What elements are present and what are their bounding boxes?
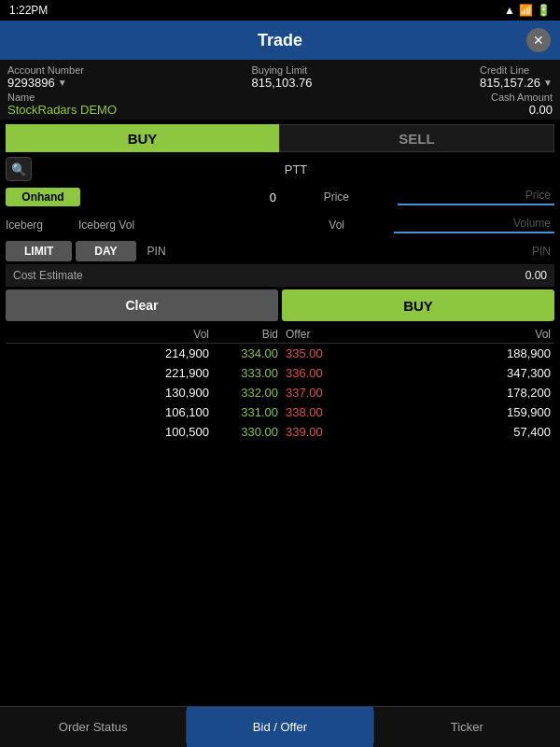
bid-cell: 334.00 [217, 346, 282, 360]
buy-action-button[interactable]: BUY [282, 289, 554, 321]
limit-button[interactable]: LIMIT [6, 241, 72, 261]
buying-limit-value: 815,103.76 [251, 76, 312, 90]
iceberg-vol-row: Iceberg Iceberg Vol Vol Volume [6, 212, 554, 238]
search-box[interactable]: 🔍 [6, 157, 32, 181]
vol-left-cell: 214,900 [6, 346, 217, 360]
tab-ticker[interactable]: Ticker [374, 707, 560, 747]
header-title: Trade [258, 31, 302, 50]
header-vol-left: Vol [6, 328, 217, 341]
name-label: Name [7, 92, 117, 103]
vol-left-cell: 100,500 [6, 425, 217, 439]
action-row: Clear BUY [6, 289, 554, 321]
buying-limit-label: Buying Limit [251, 64, 312, 76]
day-button[interactable]: DAY [76, 241, 135, 261]
order-book: Vol Bid Offer Vol 214,900 334.00 335.00 … [6, 326, 554, 442]
status-bar: 1:22PM ▲ 📶 🔋 [0, 0, 560, 21]
cash-amount-value: 0.00 [491, 103, 553, 117]
ptt-label: PTT [37, 162, 554, 176]
credit-line-value[interactable]: 815,157.26 ▼ [480, 76, 553, 90]
iceberg-vol-label: Iceberg Vol [71, 218, 279, 232]
vol-left-cell: 130,900 [6, 386, 217, 400]
tab-order-status[interactable]: Order Status [0, 707, 186, 747]
clear-button[interactable]: Clear [6, 289, 278, 321]
pin-input[interactable]: PIN [179, 245, 554, 258]
buy-toggle-button[interactable]: BUY [6, 124, 279, 152]
vol-bar [394, 232, 554, 233]
bottom-tab-bar: Order Status Bid / Offer Ticker [0, 706, 560, 747]
name-field: Name StockRadars DEMO [7, 92, 117, 117]
bid-cell: 331.00 [217, 405, 282, 419]
close-button[interactable]: ✕ [526, 28, 551, 52]
wifi-icon: 📶 [519, 4, 533, 17]
offer-cell: 338.00 [282, 405, 347, 419]
search-ptt-row: 🔍 PTT [6, 157, 554, 181]
tab-bid-offer[interactable]: Bid / Offer [187, 707, 372, 747]
sell-toggle-button[interactable]: SELL [279, 124, 554, 152]
header-offer: Offer [282, 328, 347, 341]
vol-label: Vol [288, 218, 344, 232]
cost-estimate-value: 0.00 [525, 269, 547, 282]
signal-icon: ▲ [504, 4, 515, 17]
bid-cell: 333.00 [217, 366, 282, 380]
offer-cell: 337.00 [282, 386, 347, 400]
price-input-panel: Price [349, 189, 554, 205]
cost-estimate-label: Cost Estimate [13, 269, 83, 282]
order-book-header: Vol Bid Offer Vol [6, 326, 554, 344]
iceberg-label: Iceberg [6, 218, 71, 232]
status-time: 1:22PM [9, 4, 48, 17]
limit-day-pin-row: LIMIT DAY PIN PIN [6, 241, 554, 261]
account-row: Account Number 9293896 ▼ Buying Limit 81… [7, 64, 553, 90]
offer-cell: 339.00 [282, 425, 347, 439]
credit-line-label: Credit Line [480, 64, 553, 76]
vol-left-cell: 106,100 [6, 405, 217, 419]
cost-estimate-row: Cost Estimate 0.00 [6, 264, 554, 287]
credit-dropdown-arrow[interactable]: ▼ [543, 78, 553, 88]
vol-right-cell: 159,900 [347, 405, 554, 419]
vol-right-cell: 347,300 [347, 366, 554, 380]
form-area: Onhand 0 Price Price Iceberg Iceberg Vol… [6, 184, 554, 238]
name-row: Name StockRadars DEMO Cash Amount 0.00 [7, 92, 553, 117]
status-icons: ▲ 📶 🔋 [504, 4, 551, 17]
price-placeholder[interactable]: Price [358, 189, 554, 202]
vol-left-cell: 221,900 [6, 366, 217, 380]
header: Trade ✕ [0, 21, 560, 60]
offer-cell: 336.00 [282, 366, 347, 380]
battery-icon: 🔋 [537, 4, 551, 17]
account-number-label: Account Number [7, 64, 84, 76]
header-bid: Bid [217, 328, 282, 341]
name-value: StockRadars DEMO [7, 103, 117, 117]
offer-cell: 335.00 [282, 346, 347, 360]
price-bar [398, 204, 554, 205]
credit-line-field: Credit Line 815,157.26 ▼ [480, 64, 553, 90]
onhand-button[interactable]: Onhand [6, 188, 80, 206]
pin-label: PIN [147, 245, 175, 258]
search-icon: 🔍 [11, 162, 26, 176]
order-book-rows: 214,900 334.00 335.00 188,900 221,900 33… [6, 344, 554, 442]
buy-sell-toggle: BUY SELL [6, 124, 554, 152]
header-vol-right: Vol [347, 328, 554, 341]
account-number-value[interactable]: 9293896 ▼ [7, 76, 84, 90]
table-row[interactable]: 106,100 331.00 338.00 159,900 [6, 402, 554, 422]
onhand-value: 0 [80, 190, 284, 204]
vol-right-cell: 188,900 [347, 346, 554, 360]
vol-right-cell: 178,200 [347, 386, 554, 400]
table-row[interactable]: 130,900 332.00 337.00 178,200 [6, 383, 554, 402]
onhand-price-row: Onhand 0 Price Price [6, 184, 554, 210]
price-label: Price [293, 190, 349, 204]
bid-cell: 332.00 [217, 386, 282, 400]
table-row[interactable]: 221,900 333.00 336.00 347,300 [6, 363, 554, 383]
cash-amount-label: Cash Amount [491, 92, 553, 103]
bid-cell: 330.00 [217, 425, 282, 439]
vol-input-panel: Volume [344, 217, 554, 233]
cash-amount-field: Cash Amount 0.00 [491, 92, 553, 117]
table-row[interactable]: 100,500 330.00 339.00 57,400 [6, 422, 554, 442]
buying-limit-field: Buying Limit 815,103.76 [251, 64, 312, 90]
account-section: Account Number 9293896 ▼ Buying Limit 81… [0, 60, 560, 120]
account-number-field: Account Number 9293896 ▼ [7, 64, 84, 90]
table-row[interactable]: 214,900 334.00 335.00 188,900 [6, 344, 554, 363]
vol-placeholder[interactable]: Volume [354, 217, 554, 230]
account-dropdown-arrow[interactable]: ▼ [58, 78, 67, 88]
vol-right-cell: 57,400 [347, 425, 554, 439]
